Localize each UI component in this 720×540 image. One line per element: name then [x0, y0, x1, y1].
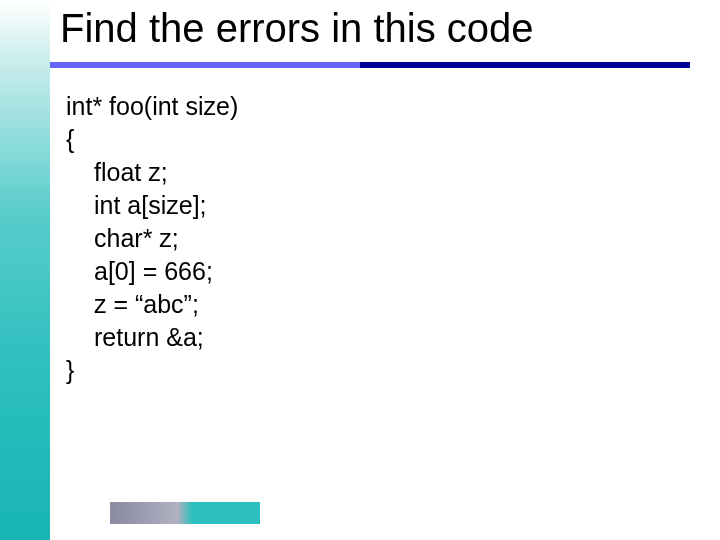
code-line-1: int* foo(int size): [66, 90, 238, 123]
code-line-2: {: [66, 123, 238, 156]
side-gradient-decoration: [0, 0, 50, 540]
code-line-7: z = “abc”;: [66, 288, 238, 321]
slide: Find the errors in this code int* foo(in…: [0, 0, 720, 540]
code-line-6: a[0] = 666;: [66, 255, 238, 288]
code-line-3: float z;: [66, 156, 238, 189]
bottom-accent-decoration: [110, 502, 260, 524]
code-block: int* foo(int size) { float z; int a[size…: [66, 90, 238, 387]
code-line-9: }: [66, 354, 238, 387]
title-underline-highlight: [50, 62, 360, 68]
slide-title: Find the errors in this code: [50, 6, 705, 51]
code-line-4: int a[size];: [66, 189, 238, 222]
code-line-8: return &a;: [66, 321, 238, 354]
title-region: Find the errors in this code: [50, 6, 705, 51]
code-line-5: char* z;: [66, 222, 238, 255]
